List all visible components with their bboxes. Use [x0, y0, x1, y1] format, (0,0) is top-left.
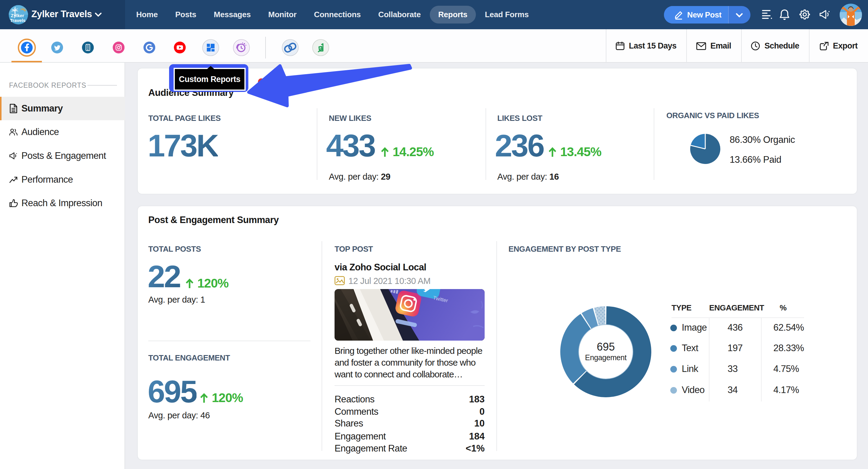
svg-text:Zylker: Zylker: [11, 13, 24, 18]
svg-text:Travels: Travels: [10, 18, 26, 23]
